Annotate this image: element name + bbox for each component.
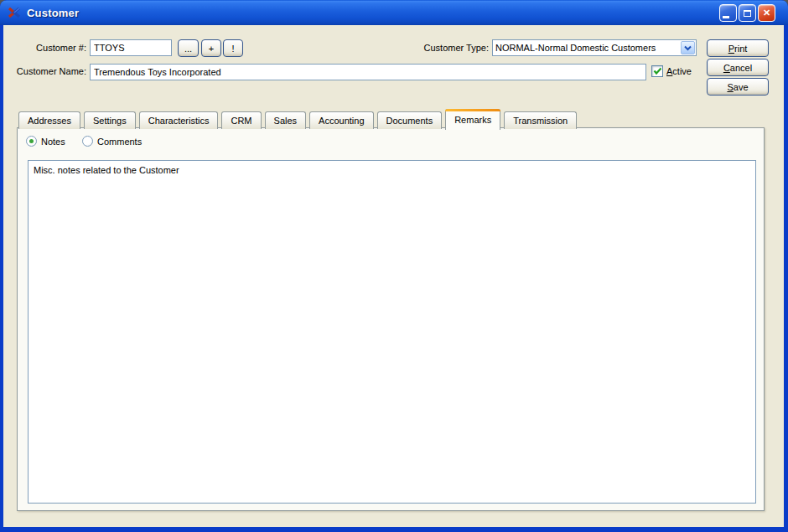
app-icon: [8, 6, 21, 19]
radio-dot-icon: [29, 139, 34, 143]
notes-radio[interactable]: [26, 136, 37, 147]
customer-type-label: Customer Type:: [406, 43, 489, 53]
lookup-button[interactable]: ...: [178, 39, 199, 57]
tab-remarks[interactable]: Remarks: [445, 109, 500, 130]
active-label: Active: [666, 66, 692, 76]
tab-characteristics[interactable]: Characteristics: [139, 111, 219, 129]
customer-name-label: Customer Name:: [8, 66, 86, 76]
customer-type-value: NORMAL-Normal Domestic Customers: [493, 43, 680, 53]
customer-number-label: Customer #:: [8, 43, 86, 53]
active-checkbox[interactable]: [651, 65, 663, 77]
save-button[interactable]: Save: [707, 78, 769, 96]
comments-radio-label: Comments: [97, 137, 142, 147]
tab-accounting[interactable]: Accounting: [309, 111, 373, 129]
customer-number-input[interactable]: [90, 39, 172, 56]
close-button[interactable]: ✕: [758, 4, 775, 22]
tab-addresses[interactable]: Addresses: [18, 111, 80, 129]
customer-name-input[interactable]: [90, 64, 646, 80]
cancel-button[interactable]: Cancel: [707, 59, 769, 76]
window-controls: ✕: [719, 4, 775, 22]
chevron-down-icon[interactable]: [681, 41, 695, 54]
notes-radio-label: Notes: [41, 137, 65, 147]
cancel-button-label: Cancel: [723, 63, 752, 73]
tab-sales[interactable]: Sales: [265, 111, 307, 129]
customer-type-select[interactable]: NORMAL-Normal Domestic Customers: [492, 39, 697, 56]
info-button-label: !: [231, 44, 234, 54]
lookup-button-label: ...: [184, 44, 192, 54]
maximize-button[interactable]: [739, 4, 756, 22]
tab-content-panel: Notes Comments Misc. notes related to th…: [17, 127, 765, 511]
info-button[interactable]: !: [223, 39, 243, 57]
comments-radio[interactable]: [82, 136, 93, 147]
tab-documents[interactable]: Documents: [377, 111, 443, 129]
print-button-label: Print: [728, 44, 748, 54]
minimize-button[interactable]: [719, 4, 737, 22]
tab-transmission[interactable]: Transmission: [504, 111, 577, 129]
tab-settings[interactable]: Settings: [84, 111, 136, 129]
titlebar[interactable]: Customer ✕: [0, 0, 788, 25]
notes-textarea[interactable]: Misc. notes related to the Customer: [28, 160, 756, 504]
maximize-icon: [744, 10, 751, 17]
add-button-label: +: [209, 44, 214, 54]
close-icon: ✕: [763, 8, 770, 18]
client-area: Customer #: ... + ! Customer Type: NORMA…: [3, 25, 784, 527]
checkmark-icon: [653, 67, 662, 75]
customer-window: Customer ✕ Customer #: ... + ! Customer …: [0, 0, 788, 532]
window-title: Customer: [27, 7, 79, 19]
print-button[interactable]: Print: [707, 39, 769, 57]
save-button-label: Save: [727, 82, 748, 92]
tab-crm[interactable]: CRM: [221, 111, 261, 129]
tab-bar: Addresses Settings Characteristics CRM S…: [18, 108, 577, 129]
minimize-icon: [723, 16, 729, 18]
add-button[interactable]: +: [201, 39, 221, 57]
